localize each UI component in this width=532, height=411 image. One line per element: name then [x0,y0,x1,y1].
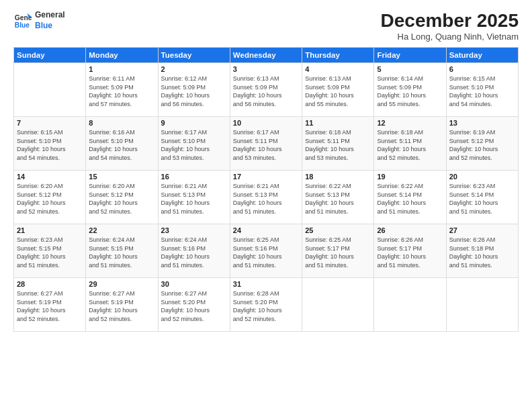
day-cell: 12Sunrise: 6:18 AM Sunset: 5:11 PM Dayli… [374,117,446,171]
day-info: Sunrise: 6:19 AM Sunset: 5:12 PM Dayligh… [449,128,515,162]
day-number: 14 [17,173,83,181]
day-number: 9 [161,119,227,127]
week-row-0: 1Sunrise: 6:11 AM Sunset: 5:09 PM Daylig… [14,63,519,117]
day-number: 5 [377,65,443,73]
week-row-4: 28Sunrise: 6:27 AM Sunset: 5:19 PM Dayli… [14,278,519,332]
day-cell: 1Sunrise: 6:11 AM Sunset: 5:09 PM Daylig… [86,63,158,117]
day-cell: 15Sunrise: 6:20 AM Sunset: 5:12 PM Dayli… [86,171,158,224]
calendar-table: SundayMondayTuesdayWednesdayThursdayFrid… [13,47,519,332]
day-info: Sunrise: 6:12 AM Sunset: 5:09 PM Dayligh… [161,75,227,108]
day-info: Sunrise: 6:13 AM Sunset: 5:09 PM Dayligh… [305,75,371,108]
day-cell: 14Sunrise: 6:20 AM Sunset: 5:12 PM Dayli… [14,171,86,224]
weekday-header-saturday: Saturday [446,48,518,63]
day-cell: 3Sunrise: 6:13 AM Sunset: 5:09 PM Daylig… [230,63,302,117]
day-info: Sunrise: 6:26 AM Sunset: 5:18 PM Dayligh… [449,236,515,269]
day-info: Sunrise: 6:27 AM Sunset: 5:19 PM Dayligh… [89,289,154,323]
day-info: Sunrise: 6:22 AM Sunset: 5:13 PM Dayligh… [305,182,371,216]
day-info: Sunrise: 6:24 AM Sunset: 5:16 PM Dayligh… [161,236,227,269]
weekday-header-sunday: Sunday [14,48,86,63]
day-cell [302,278,374,332]
day-number: 1 [89,65,154,73]
day-number: 3 [233,65,299,73]
day-cell: 17Sunrise: 6:21 AM Sunset: 5:13 PM Dayli… [230,171,302,224]
day-info: Sunrise: 6:14 AM Sunset: 5:09 PM Dayligh… [377,75,443,108]
day-cell [446,278,518,332]
day-number: 15 [89,173,154,181]
day-info: Sunrise: 6:15 AM Sunset: 5:10 PM Dayligh… [449,75,515,108]
day-info: Sunrise: 6:23 AM Sunset: 5:14 PM Dayligh… [449,182,515,216]
day-cell: 24Sunrise: 6:25 AM Sunset: 5:16 PM Dayli… [230,224,302,278]
day-info: Sunrise: 6:21 AM Sunset: 5:13 PM Dayligh… [161,182,227,216]
day-cell: 18Sunrise: 6:22 AM Sunset: 5:13 PM Dayli… [302,171,374,224]
day-cell: 29Sunrise: 6:27 AM Sunset: 5:19 PM Dayli… [86,278,158,332]
day-cell: 11Sunrise: 6:18 AM Sunset: 5:11 PM Dayli… [302,117,374,171]
day-cell: 23Sunrise: 6:24 AM Sunset: 5:16 PM Dayli… [158,224,230,278]
day-info: Sunrise: 6:26 AM Sunset: 5:17 PM Dayligh… [377,236,443,269]
day-cell [374,278,446,332]
day-info: Sunrise: 6:17 AM Sunset: 5:11 PM Dayligh… [233,128,299,162]
day-number: 28 [17,280,83,288]
day-info: Sunrise: 6:16 AM Sunset: 5:10 PM Dayligh… [89,128,154,162]
logo-icon: General Blue [13,11,32,30]
day-number: 10 [233,119,299,127]
day-number: 20 [449,173,515,181]
day-number: 8 [89,119,154,127]
day-number: 22 [89,226,154,234]
day-cell: 21Sunrise: 6:23 AM Sunset: 5:15 PM Dayli… [14,224,86,278]
header: General Blue General Blue December 2025 … [13,10,519,42]
day-cell: 13Sunrise: 6:19 AM Sunset: 5:12 PM Dayli… [446,117,518,171]
day-cell: 25Sunrise: 6:25 AM Sunset: 5:17 PM Dayli… [302,224,374,278]
day-cell: 28Sunrise: 6:27 AM Sunset: 5:19 PM Dayli… [14,278,86,332]
day-cell: 31Sunrise: 6:28 AM Sunset: 5:20 PM Dayli… [230,278,302,332]
day-cell: 8Sunrise: 6:16 AM Sunset: 5:10 PM Daylig… [86,117,158,171]
month-title: December 2025 [381,10,519,32]
day-info: Sunrise: 6:27 AM Sunset: 5:19 PM Dayligh… [17,289,83,323]
day-info: Sunrise: 6:15 AM Sunset: 5:10 PM Dayligh… [17,128,83,162]
day-info: Sunrise: 6:18 AM Sunset: 5:11 PM Dayligh… [377,128,443,162]
day-number: 19 [377,173,443,181]
day-info: Sunrise: 6:20 AM Sunset: 5:12 PM Dayligh… [17,182,83,216]
day-info: Sunrise: 6:28 AM Sunset: 5:20 PM Dayligh… [233,289,299,323]
week-row-3: 21Sunrise: 6:23 AM Sunset: 5:15 PM Dayli… [14,224,519,278]
day-cell: 27Sunrise: 6:26 AM Sunset: 5:18 PM Dayli… [446,224,518,278]
day-cell [14,63,86,117]
week-row-2: 14Sunrise: 6:20 AM Sunset: 5:12 PM Dayli… [14,171,519,224]
day-number: 21 [17,226,83,234]
day-number: 26 [377,226,443,234]
page: General Blue General Blue December 2025 … [0,0,532,411]
day-cell: 2Sunrise: 6:12 AM Sunset: 5:09 PM Daylig… [158,63,230,117]
weekday-header-friday: Friday [374,48,446,63]
day-number: 18 [305,173,371,181]
day-cell: 6Sunrise: 6:15 AM Sunset: 5:10 PM Daylig… [446,63,518,117]
day-info: Sunrise: 6:13 AM Sunset: 5:09 PM Dayligh… [233,75,299,108]
day-number: 31 [233,280,299,288]
day-number: 6 [449,65,515,73]
day-info: Sunrise: 6:25 AM Sunset: 5:17 PM Dayligh… [305,236,371,269]
day-cell: 30Sunrise: 6:27 AM Sunset: 5:20 PM Dayli… [158,278,230,332]
day-number: 4 [305,65,371,73]
day-cell: 4Sunrise: 6:13 AM Sunset: 5:09 PM Daylig… [302,63,374,117]
day-cell: 9Sunrise: 6:17 AM Sunset: 5:10 PM Daylig… [158,117,230,171]
day-number: 13 [449,119,515,127]
week-row-1: 7Sunrise: 6:15 AM Sunset: 5:10 PM Daylig… [14,117,519,171]
svg-text:Blue: Blue [15,21,30,29]
weekday-header-row: SundayMondayTuesdayWednesdayThursdayFrid… [14,48,519,63]
day-info: Sunrise: 6:20 AM Sunset: 5:12 PM Dayligh… [89,182,154,216]
day-number: 30 [161,280,227,288]
day-info: Sunrise: 6:21 AM Sunset: 5:13 PM Dayligh… [233,182,299,216]
weekday-header-wednesday: Wednesday [230,48,302,63]
day-info: Sunrise: 6:24 AM Sunset: 5:15 PM Dayligh… [89,236,154,269]
day-cell: 22Sunrise: 6:24 AM Sunset: 5:15 PM Dayli… [86,224,158,278]
day-cell: 7Sunrise: 6:15 AM Sunset: 5:10 PM Daylig… [14,117,86,171]
day-cell: 10Sunrise: 6:17 AM Sunset: 5:11 PM Dayli… [230,117,302,171]
day-number: 24 [233,226,299,234]
day-number: 29 [89,280,154,288]
day-cell: 16Sunrise: 6:21 AM Sunset: 5:13 PM Dayli… [158,171,230,224]
logo-text-general: General [35,10,65,21]
day-info: Sunrise: 6:25 AM Sunset: 5:16 PM Dayligh… [233,236,299,269]
day-number: 7 [17,119,83,127]
title-area: December 2025 Ha Long, Quang Ninh, Vietn… [381,10,519,42]
day-number: 12 [377,119,443,127]
weekday-header-tuesday: Tuesday [158,48,230,63]
day-cell: 19Sunrise: 6:22 AM Sunset: 5:14 PM Dayli… [374,171,446,224]
